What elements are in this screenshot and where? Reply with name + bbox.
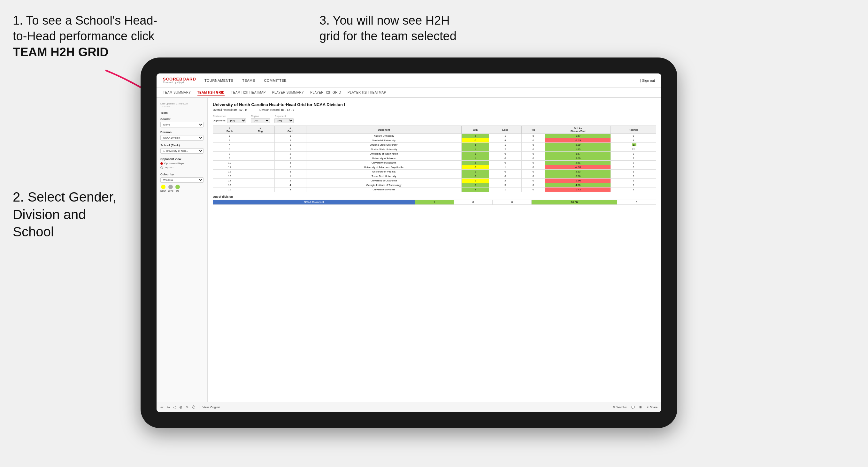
col-rounds: Rounds <box>611 126 656 134</box>
cell-diff: 1.83 <box>545 147 611 152</box>
division-select[interactable]: NCAA Division I <box>160 135 204 141</box>
col-rank: #Rank <box>213 126 246 134</box>
cell-reg <box>246 165 274 169</box>
cell-reg <box>246 179 274 183</box>
tab-player-h2h-heatmap[interactable]: PLAYER H2H HEATMAP <box>348 89 386 95</box>
last-updated: Last Updated: 27/03/2024 16:55:38 <box>160 102 204 108</box>
cell-tie: 0 <box>521 156 545 161</box>
cell-reg <box>246 152 274 156</box>
swatch-level <box>168 185 173 189</box>
cell-diff: 2.33 <box>545 169 611 174</box>
school-label: School (Rank) <box>160 144 204 147</box>
cell-rounds: 9 <box>611 179 656 183</box>
table-row: 2 1 Auburn University 2 1 0 1.67 9 <box>213 134 656 138</box>
cell-reg <box>246 169 274 174</box>
opponent-select[interactable]: (All) <box>274 118 293 123</box>
tab-player-summary[interactable]: PLAYER SUMMARY <box>272 89 304 95</box>
zoom-icon[interactable]: ⊕ <box>179 405 182 409</box>
opponents-select[interactable]: (All) <box>227 118 246 123</box>
annotation-3: 3. You will now see H2H grid for the tea… <box>319 13 543 44</box>
cell-rank: 10 <box>213 161 246 165</box>
nav-tournaments[interactable]: TOURNAMENTS <box>205 77 233 84</box>
cell-win: 3 <box>462 187 489 192</box>
cell-rank: 4 <box>213 143 246 147</box>
cell-win: 1 <box>462 147 489 152</box>
cell-loss: 5 <box>489 183 521 187</box>
school-select[interactable]: 1. University of Nort... <box>160 148 204 154</box>
cell-loss: 1 <box>489 143 521 147</box>
comment-icon[interactable]: 💬 <box>631 406 635 409</box>
table-row: 12 3 University of Virginia 1 0 0 2.33 3 <box>213 169 656 174</box>
out-of-division-label: Out of division <box>213 195 656 198</box>
sidebar: Last Updated: 27/03/2024 16:55:38 Team G… <box>157 98 208 402</box>
tab-team-h2h-grid[interactable]: TEAM H2H GRID <box>197 89 225 96</box>
cell-rank: 12 <box>213 169 246 174</box>
undo-icon[interactable]: ↩ <box>160 405 163 409</box>
back-icon[interactable]: ◁ <box>173 405 176 409</box>
watch-button[interactable]: 👁 Watch ▾ <box>613 406 627 409</box>
cell-rounds: 9 <box>611 134 656 138</box>
grid-icon[interactable]: ⊞ <box>639 406 642 409</box>
cell-tie: 0 <box>521 134 545 138</box>
cell-conf: 1 <box>274 174 306 179</box>
radio-dot-2 <box>160 166 163 169</box>
opponent-view-label: Opponent View <box>160 157 204 161</box>
cell-reg <box>246 187 274 192</box>
cell-opponent: University of Alabama <box>306 161 461 165</box>
toolbar-right: 👁 Watch ▾ 💬 ⊞ ↗ Share <box>613 406 657 409</box>
swatch-down <box>161 185 165 189</box>
cell-diff: 5.56 <box>545 174 611 179</box>
main-content: Last Updated: 27/03/2024 16:55:38 Team G… <box>157 98 661 402</box>
cell-tie: 0 <box>521 138 545 143</box>
opponent-view-group: Opponents Played Top 100 <box>160 162 204 169</box>
table-row: 14 2 University of Oklahoma 1 2 0 -1.00 … <box>213 179 656 183</box>
table-row: 11 6 University of Arkansas, Fayettevill… <box>213 165 656 169</box>
cell-opponent: Florida State University <box>306 147 461 152</box>
tab-team-summary[interactable]: TEAM SUMMARY <box>163 89 191 95</box>
cell-loss: 1 <box>489 165 521 169</box>
table-row: 6 2 Florida State University 1 2 0 1.83 … <box>213 147 656 152</box>
tablet-frame: SCOREBOARD Powered by clippd TOURNAMENTS… <box>141 58 677 428</box>
cell-opponent: Auburn University <box>306 134 461 138</box>
cell-tie: 0 <box>521 161 545 165</box>
out-of-division-table: NCAA Division II 1 0 0 26.00 3 <box>213 200 656 205</box>
tab-team-h2h-heatmap[interactable]: TEAM H2H HEATMAP <box>231 89 266 95</box>
cell-loss: 1 <box>489 187 521 192</box>
cell-opponent: Vanderbilt University <box>306 138 461 143</box>
view-original[interactable]: View: Original <box>203 406 220 409</box>
edit-icon[interactable]: ✎ <box>186 405 189 409</box>
cell-diff: 1.67 <box>545 134 611 138</box>
cell-conf: 6 <box>274 165 306 169</box>
cell-diff: 9.00 <box>545 156 611 161</box>
nav-committee[interactable]: COMMITTEE <box>264 77 287 84</box>
nav-teams[interactable]: TEAMS <box>242 77 255 84</box>
cell-loss: 2 <box>489 179 521 183</box>
colour-by-select[interactable]: Win/loss <box>160 177 204 183</box>
redo-icon[interactable]: ↪ <box>167 405 170 409</box>
cell-rank: 11 <box>213 165 246 169</box>
cell-rounds: 2 <box>611 156 656 161</box>
grid-area: University of North Carolina Head-to-Hea… <box>208 98 661 402</box>
sub-nav: TEAM SUMMARY TEAM H2H GRID TEAM H2H HEAT… <box>157 88 661 98</box>
cell-rounds: 3 <box>611 165 656 169</box>
cell-diff: 2.29 <box>545 143 611 147</box>
share-button[interactable]: ↗ Share <box>646 406 657 409</box>
col-conf: #Conf <box>274 126 306 134</box>
team-label: Team <box>160 111 204 114</box>
cell-rank: 2 <box>213 134 246 138</box>
clock-icon[interactable]: ⏱ <box>192 405 196 409</box>
swatch-up <box>176 185 180 189</box>
out-rounds: 3 <box>617 200 656 205</box>
region-select[interactable]: (All) <box>251 118 270 123</box>
cell-conf: 2 <box>274 152 306 156</box>
cell-win: 1 <box>462 179 489 183</box>
out-diff: 26.00 <box>532 200 617 205</box>
cell-rank: 8 <box>213 152 246 156</box>
gender-select[interactable]: Men's <box>160 122 204 127</box>
cell-conf: 1 <box>274 134 306 138</box>
radio-top100[interactable]: Top 100 <box>160 166 204 169</box>
radio-opponents-played[interactable]: Opponents Played <box>160 162 204 165</box>
cell-loss: 1 <box>489 134 521 138</box>
tab-player-h2h-grid[interactable]: PLAYER H2H GRID <box>310 89 341 95</box>
sign-out-link[interactable]: | Sign out <box>640 79 655 83</box>
